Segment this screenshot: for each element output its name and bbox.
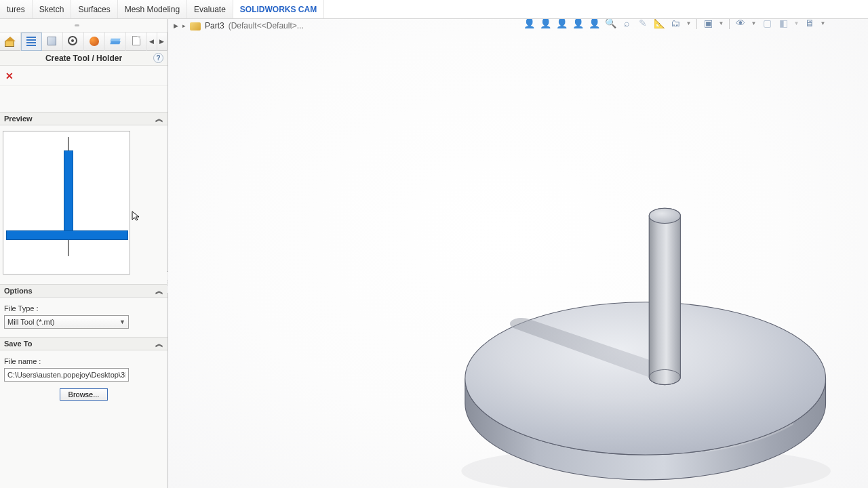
view-eye-icon[interactable]: 👁 <box>733 19 748 30</box>
chevron-down-icon[interactable]: ▼ <box>749 19 758 30</box>
filename-input[interactable] <box>4 368 129 382</box>
preview-canvas <box>3 131 130 274</box>
section-options-header[interactable]: Options ︽ <box>0 284 167 298</box>
zoom-fit-icon[interactable]: 🔍 <box>603 19 618 30</box>
appearance-icon[interactable]: ▢ <box>760 19 774 30</box>
heads-up-toolbar: 👤 👤 👤 👤 👤 🔍 ⌕ ✎ 📐 🗂 ▼ ▣ ▼ 👁 ▼ ▢ ◧ ▼ 🖥 ▼ <box>521 19 827 33</box>
breadcrumb-sep-icon: ▸ <box>182 22 186 29</box>
svg-point-0 <box>461 446 831 488</box>
view-orientation-icon[interactable]: 👤 <box>521 19 536 30</box>
collapse-icon[interactable]: ︽ <box>155 338 163 350</box>
breadcrumb-part-name[interactable]: Part3 <box>205 21 224 30</box>
viewport-settings-icon[interactable]: 🖥 <box>802 19 817 30</box>
collapse-icon[interactable]: ︽ <box>155 113 163 125</box>
filename-label: File name : <box>4 357 163 365</box>
preview-label: Preview <box>4 115 33 123</box>
browse-button[interactable]: Browse... <box>60 388 108 401</box>
filetype-combo[interactable]: Mill Tool (*.mt) ▼ <box>4 315 129 329</box>
filetype-label: File Type : <box>4 304 163 312</box>
graphics-viewport[interactable]: ▶ ▸ Part3 (Default<<Default>... 👤 👤 👤 👤 … <box>168 19 868 488</box>
toolbar-separator <box>729 19 730 29</box>
filetype-value: Mill Tool (*.mt) <box>7 318 54 326</box>
svg-point-1 <box>465 302 826 455</box>
panel-help-icon[interactable]: ? <box>153 53 163 63</box>
zoom-window-icon[interactable]: ⌕ <box>619 19 634 30</box>
panel-view-selector: ◀ ▶ <box>0 33 167 51</box>
panel-spacer <box>0 19 167 33</box>
display-style-icon[interactable]: 🗂 <box>668 19 683 30</box>
model-3d <box>426 178 860 488</box>
options-label: Options <box>4 287 33 295</box>
scene-icon[interactable]: ◧ <box>776 19 791 30</box>
preview-axis-tick <box>68 137 68 150</box>
breadcrumb: ▶ ▸ Part3 (Default<<Default>... <box>174 21 304 30</box>
property-manager-panel: ◀ ▶ Create Tool / Holder ? ✕ Preview ︽ O… <box>0 19 168 488</box>
view-orientation-icon[interactable]: 👤 <box>570 19 585 30</box>
tab-surfaces[interactable]: Surfaces <box>71 0 117 18</box>
display-manager-icon[interactable] <box>84 33 105 51</box>
view-orientation-icon[interactable]: 👤 <box>587 19 601 30</box>
options-body: File Type : Mill Tool (*.mt) ▼ <box>0 298 167 337</box>
cam-ops-icon[interactable] <box>126 33 147 51</box>
tab-evaluate[interactable]: Evaluate <box>187 0 233 18</box>
cam-tree-icon[interactable] <box>105 33 126 51</box>
breadcrumb-config[interactable]: (Default<<Default>... <box>229 21 304 30</box>
tab-mesh-modeling[interactable]: Mesh Modeling <box>118 0 187 18</box>
chevron-down-icon[interactable]: ▼ <box>818 19 827 30</box>
feature-manager-icon[interactable] <box>0 33 21 51</box>
preview-base-shape <box>6 230 128 240</box>
cursor-arrow-icon <box>131 210 142 221</box>
tab-features[interactable]: tures <box>0 0 33 18</box>
saveto-body: File name : Browse... <box>0 350 167 409</box>
panel-close-row: ✕ <box>0 66 167 86</box>
collapse-icon[interactable]: ︽ <box>155 285 163 297</box>
chevron-down-icon[interactable]: ▼ <box>792 19 801 30</box>
part-icon <box>190 21 201 30</box>
preview-axis-tick <box>68 240 68 256</box>
section-saveto-header[interactable]: Save To ︽ <box>0 337 167 350</box>
panel-title: Create Tool / Holder ? <box>0 51 167 66</box>
svg-point-3 <box>649 208 680 223</box>
saveto-label: Save To <box>4 340 32 348</box>
dimxpert-manager-icon[interactable] <box>63 33 84 51</box>
tab-solidworks-cam[interactable]: SOLIDWORKS CAM <box>233 0 324 18</box>
config-manager-icon[interactable] <box>42 33 63 51</box>
drag-pill-icon[interactable] <box>75 24 79 26</box>
panel-nav-left-icon[interactable]: ◀ <box>147 33 157 51</box>
hide-show-icon[interactable]: ▣ <box>701 19 715 30</box>
view-orientation-icon[interactable]: 👤 <box>554 19 569 30</box>
close-icon[interactable]: ✕ <box>5 70 14 81</box>
section-view-icon[interactable]: 📐 <box>652 19 667 30</box>
property-manager-icon[interactable] <box>21 33 42 51</box>
panel-nav-right-icon[interactable]: ▶ <box>157 33 167 51</box>
section-preview-header[interactable]: Preview ︽ <box>0 112 167 125</box>
chevron-down-icon[interactable]: ▼ <box>717 19 726 30</box>
panel-gap <box>0 86 167 112</box>
svg-point-2 <box>649 369 680 384</box>
tab-sketch[interactable]: Sketch <box>33 0 72 18</box>
breadcrumb-expand-icon[interactable]: ▶ <box>174 22 178 29</box>
view-orientation-icon[interactable]: 👤 <box>538 19 553 30</box>
preview-stem-shape <box>64 150 73 231</box>
panel-title-text: Create Tool / Holder <box>45 54 122 63</box>
command-manager-tabs: tures Sketch Surfaces Mesh Modeling Eval… <box>0 0 868 19</box>
edit-sketch-icon[interactable]: ✎ <box>635 19 650 30</box>
chevron-down-icon: ▼ <box>119 319 125 325</box>
chevron-down-icon[interactable]: ▼ <box>684 19 693 30</box>
toolbar-separator <box>696 19 697 29</box>
